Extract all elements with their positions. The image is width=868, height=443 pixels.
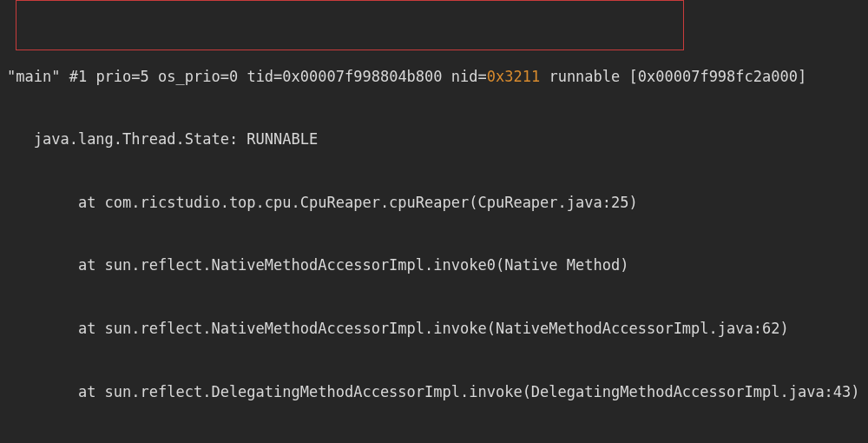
stack-frame: at sun.reflect.DelegatingMethodAccessorI… [7,381,861,402]
thread-nid-value: 0x3211 [487,68,540,85]
thread-rest: runnable [0x00007f998fc2a000] [540,68,806,85]
highlight-box [16,0,684,50]
thread-os-prio: os_prio=0 [158,68,247,85]
terminal-output: "main" #1 prio=5 os_prio=0 tid=0x00007f9… [0,0,868,443]
stack-frame: at sun.reflect.NativeMethodAccessorImpl.… [7,318,861,339]
thread-tid: tid=0x00007f998804b800 [247,68,450,85]
stack-frame: at com.ricstudio.top.cpu.CpuReaper.cpuRe… [7,192,861,213]
thread-nid-label: nid= [451,68,487,85]
thread-prio: prio=5 [95,68,158,85]
thread-state-line: java.lang.Thread.State: RUNNABLE [7,129,861,149]
thread-num: #1 [60,68,95,85]
stack-frame: at sun.reflect.NativeMethodAccessorImpl.… [7,255,861,275]
thread-header-line: "main" #1 prio=5 os_prio=0 tid=0x00007f9… [7,66,861,87]
thread-name: "main" [7,68,60,85]
